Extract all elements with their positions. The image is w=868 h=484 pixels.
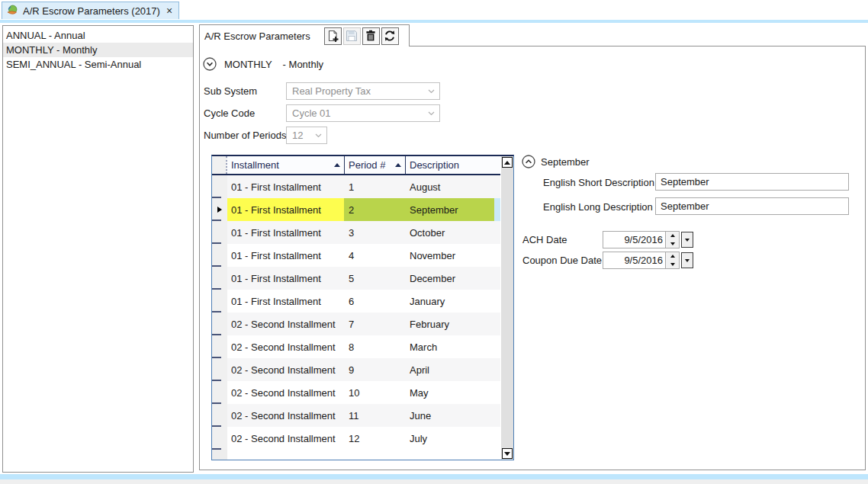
cycle-code-value: Cycle 01 [287, 107, 428, 119]
row-selector[interactable] [212, 358, 227, 381]
grid-row-3[interactable]: 01 - First Installment 3 October [212, 221, 500, 244]
spin-down-button[interactable] [666, 261, 679, 269]
number-of-periods-value: 12 [287, 130, 315, 141]
periods-grid: Installment Period # Description 01 - Fi… [211, 155, 514, 460]
new-record-icon [326, 30, 339, 43]
section-header-monthly: MONTHLY - Monthly [203, 57, 323, 71]
refresh-button[interactable] [381, 27, 399, 45]
sort-ascending-icon [395, 163, 401, 167]
editor-tab-title: A/R Escrow Parameters [204, 30, 310, 42]
short-description-input[interactable] [655, 173, 849, 191]
ach-date-spinner [665, 232, 679, 248]
scroll-down-button[interactable] [502, 448, 513, 459]
coupon-due-date-control [603, 252, 693, 269]
cycle-list-panel: ANNUAL - Annual MONTHLY - Monthly SEMI_A… [2, 25, 194, 473]
grid-row-2-selected[interactable]: 01 - First Installment 2 September [212, 198, 500, 221]
row-selector[interactable] [212, 313, 227, 335]
row-selector[interactable] [212, 290, 227, 313]
detail-title: September [541, 156, 590, 168]
ach-date-label: ACH Date [522, 234, 567, 245]
row-selector[interactable] [212, 404, 227, 427]
grid-row-1[interactable]: 01 - First Installment 1 August [212, 175, 500, 198]
short-description-label: English Short Description [543, 177, 654, 188]
column-header-period[interactable]: Period # [344, 156, 405, 174]
chevron-down-icon [428, 89, 435, 94]
column-header-description[interactable]: Description [405, 156, 494, 174]
column-header-installment[interactable]: Installment [227, 156, 344, 174]
row-selector[interactable] [212, 335, 227, 358]
row-selector[interactable] [212, 244, 227, 267]
new-record-button[interactable] [324, 27, 342, 45]
scroll-up-button[interactable] [502, 157, 513, 168]
editor-tab[interactable]: A/R Escrow Parameters [199, 24, 410, 46]
grid-row-6[interactable]: 01 - First Installment 6 January [212, 290, 500, 313]
sub-system-label: Sub System [204, 85, 257, 97]
row-selector[interactable] [212, 381, 227, 404]
status-strip-gray [0, 479, 868, 484]
chevron-down-circle-icon[interactable] [203, 57, 217, 71]
chevron-down-icon [315, 133, 322, 138]
triangle-down-icon [685, 239, 690, 242]
chevron-down-icon [428, 111, 435, 116]
status-strip-blue [0, 474, 868, 479]
triangle-down-icon [670, 263, 675, 266]
detail-section-header: September [522, 155, 590, 168]
row-selector[interactable] [212, 175, 227, 198]
ach-date-control [603, 231, 693, 248]
grid-row-10[interactable]: 02 - Second Installment 10 May [212, 381, 500, 404]
chevron-up-circle-icon[interactable] [522, 155, 535, 168]
row-selector[interactable] [212, 267, 227, 290]
document-tab[interactable]: A/R Escrow Parameters (2017) × [2, 2, 179, 19]
delete-icon [365, 30, 377, 42]
row-selector[interactable] [212, 427, 227, 450]
triangle-down-icon [504, 452, 510, 456]
grid-header-filler [494, 156, 500, 174]
grid-row-8[interactable]: 02 - Second Installment 8 March [212, 335, 500, 358]
spin-down-button[interactable] [666, 240, 679, 248]
grid-vertical-scrollbar[interactable] [500, 156, 513, 460]
cycle-code-combo[interactable]: Cycle 01 [286, 104, 440, 122]
triangle-up-icon [504, 161, 510, 165]
grid-row-4[interactable]: 01 - First Installment 4 November [212, 244, 500, 267]
cycle-code-label: Cycle Code [204, 107, 255, 119]
editor-panel: MONTHLY - Monthly Sub System Real Proper… [199, 46, 866, 470]
grid-empty-area [212, 450, 500, 460]
document-tab-strip: A/R Escrow Parameters (2017) × [0, 0, 868, 23]
grid-row-9[interactable]: 02 - Second Installment 9 April [212, 358, 500, 381]
sub-system-value: Real Property Tax [287, 85, 428, 97]
triangle-up-icon [670, 255, 675, 258]
row-selector[interactable] [212, 221, 227, 244]
coupon-due-date-calendar-dropdown-button[interactable] [681, 252, 693, 268]
current-row-selector[interactable] [212, 198, 227, 221]
list-item-monthly[interactable]: MONTHLY - Monthly [3, 43, 193, 57]
long-description-input[interactable] [655, 197, 849, 215]
grid-row-11[interactable]: 02 - Second Installment 11 June [212, 404, 500, 427]
save-button[interactable] [343, 27, 361, 45]
tab-title: A/R Escrow Parameters (2017) [23, 5, 160, 17]
triangle-down-icon [685, 259, 690, 262]
section-name: - Monthly [283, 59, 323, 70]
triangle-up-icon [670, 234, 675, 237]
number-of-periods-combo[interactable]: 12 [286, 127, 327, 144]
save-icon [346, 30, 358, 42]
number-of-periods-label: Number of Periods [204, 130, 286, 141]
coupon-due-date-label: Coupon Due Date [522, 255, 602, 266]
ach-date-calendar-dropdown-button[interactable] [681, 232, 693, 248]
section-code: MONTHLY [224, 59, 272, 70]
grid-row-12[interactable]: 02 - Second Installment 12 July [212, 427, 500, 450]
list-item-semi-annual[interactable]: SEMI_ANNUAL - Semi-Annual [3, 57, 193, 72]
grid-row-5[interactable]: 01 - First Installment 5 December [212, 267, 500, 290]
ach-date-input[interactable] [603, 232, 665, 248]
coupon-due-date-input[interactable] [603, 252, 665, 268]
grid-corner-cell[interactable] [212, 156, 227, 174]
spin-up-button[interactable] [666, 252, 679, 261]
long-description-label: English Long Description [543, 201, 653, 213]
spin-up-button[interactable] [666, 232, 679, 240]
sub-system-combo[interactable]: Real Property Tax [286, 82, 440, 100]
grid-row-7[interactable]: 02 - Second Installment 7 February [212, 313, 500, 335]
close-icon[interactable]: × [166, 5, 172, 16]
app-icon [6, 5, 18, 17]
list-item-annual[interactable]: ANNUAL - Annual [3, 28, 193, 43]
delete-button[interactable] [362, 27, 380, 45]
sort-ascending-icon [334, 163, 340, 167]
